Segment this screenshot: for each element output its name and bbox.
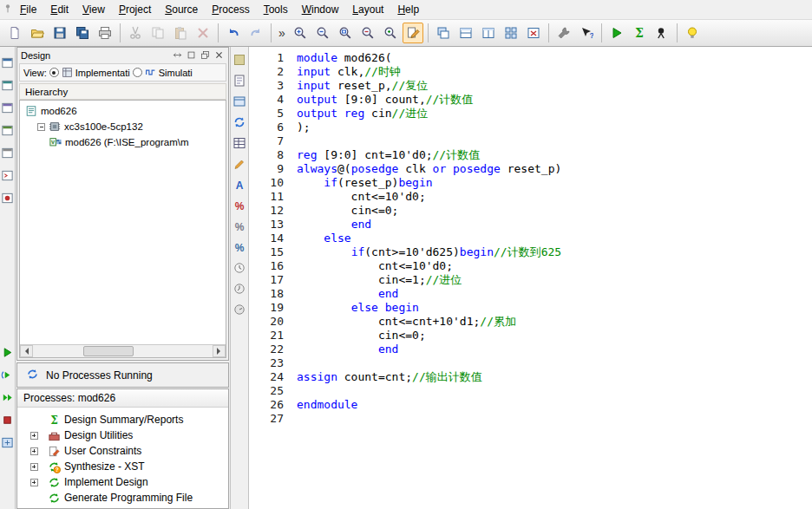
menu-window[interactable]: Window bbox=[295, 1, 346, 18]
errors-panel-button[interactable] bbox=[1, 191, 15, 205]
menu-file[interactable]: File bbox=[13, 1, 43, 18]
tree-item[interactable]: mod626 bbox=[20, 103, 226, 119]
context-help-icon: ? bbox=[580, 26, 593, 40]
menu-edit[interactable]: Edit bbox=[43, 1, 75, 18]
zoom-full-button[interactable] bbox=[335, 23, 356, 43]
design-view-button[interactable] bbox=[232, 94, 247, 109]
cascade-windows-button[interactable] bbox=[433, 23, 454, 43]
zoom-in-button[interactable] bbox=[290, 23, 311, 43]
save-button[interactable] bbox=[49, 23, 70, 43]
menu-project[interactable]: Project bbox=[112, 1, 158, 18]
console-panel-button[interactable] bbox=[1, 168, 15, 182]
delete-button[interactable] bbox=[193, 23, 213, 43]
files-panel-icon bbox=[1, 79, 14, 92]
process-item[interactable]: User Constraints bbox=[17, 443, 228, 459]
copy-button[interactable] bbox=[147, 23, 168, 43]
view-radio-implementation[interactable] bbox=[49, 68, 59, 77]
tree-item[interactable]: Vmod626 (F:\ISE_program\m bbox=[20, 134, 226, 150]
restore-button[interactable] bbox=[185, 49, 197, 62]
process-expander[interactable] bbox=[30, 479, 38, 486]
libraries-panel-button[interactable] bbox=[1, 101, 15, 114]
menu-process[interactable]: Process bbox=[205, 1, 256, 18]
scroll-left-button[interactable] bbox=[20, 345, 33, 357]
undock-button[interactable] bbox=[171, 49, 183, 62]
context-help-button[interactable]: ? bbox=[576, 23, 597, 43]
hierarchy-hscrollbar[interactable] bbox=[20, 344, 226, 357]
float-button[interactable] bbox=[199, 49, 211, 62]
pencil-small-button[interactable] bbox=[232, 156, 247, 172]
menu-tools[interactable]: Tools bbox=[257, 1, 295, 18]
redo-button[interactable] bbox=[246, 23, 266, 43]
process-expander-slot[interactable] bbox=[28, 447, 43, 455]
process-item[interactable]: Generate Programming File bbox=[17, 490, 228, 506]
zoom-region-button[interactable] bbox=[380, 23, 401, 43]
percent-gray-button[interactable]: % bbox=[232, 219, 247, 234]
process-item[interactable]: Design Utilities bbox=[17, 427, 228, 443]
tile-vertical-button[interactable] bbox=[478, 23, 499, 43]
process-item[interactable]: Implement Design bbox=[17, 474, 228, 490]
rerun-process-button[interactable] bbox=[1, 368, 15, 382]
new-file-button[interactable] bbox=[4, 23, 25, 43]
palette-tab-button[interactable] bbox=[232, 52, 247, 68]
settings-wrench-button[interactable] bbox=[553, 23, 574, 43]
print-button[interactable] bbox=[95, 23, 115, 43]
process-expander[interactable] bbox=[30, 463, 38, 471]
arrange-icons-button[interactable] bbox=[501, 23, 521, 43]
clock-2-button[interactable] bbox=[232, 281, 247, 297]
cut-button[interactable] bbox=[125, 23, 146, 43]
menu-help[interactable]: Help bbox=[390, 1, 426, 18]
summary-report-button[interactable]: Σ bbox=[629, 23, 650, 43]
process-expander[interactable] bbox=[30, 432, 38, 440]
view-option-label-simulation[interactable]: Simulati bbox=[159, 68, 193, 78]
process-expander-slot[interactable] bbox=[28, 463, 43, 471]
refresh-view-button[interactable] bbox=[232, 114, 247, 130]
view-radio-simulation[interactable] bbox=[133, 68, 142, 77]
percent-red-button[interactable]: % bbox=[232, 198, 247, 213]
design-panel-button[interactable] bbox=[1, 55, 15, 69]
implement-module-button[interactable] bbox=[1, 435, 15, 449]
clock-3-button[interactable] bbox=[232, 302, 247, 317]
undo-button[interactable] bbox=[223, 23, 244, 43]
close-window-button[interactable] bbox=[523, 23, 544, 43]
tips-lightbulb-button[interactable] bbox=[682, 23, 703, 43]
scroll-right-button[interactable] bbox=[213, 345, 226, 357]
scrollbar-track[interactable] bbox=[33, 345, 213, 357]
close-window-icon bbox=[527, 26, 540, 40]
run-green-button[interactable] bbox=[1, 345, 15, 359]
tree-item[interactable]: xc3s100e-5cp132 bbox=[20, 119, 226, 134]
view-option-label-implementation[interactable]: Implementati bbox=[75, 68, 130, 78]
tile-horizontal-button[interactable] bbox=[455, 23, 476, 43]
code-editor[interactable]: 1module mod626(2input clk,//时钟3input res… bbox=[249, 47, 812, 509]
process-expander-slot[interactable] bbox=[28, 432, 43, 440]
zoom-selection-button[interactable] bbox=[357, 23, 378, 43]
menu-view[interactable]: View bbox=[75, 1, 112, 18]
sources-panel-button[interactable] bbox=[1, 123, 15, 137]
process-expander-slot[interactable] bbox=[28, 479, 43, 486]
edit-mode-button[interactable] bbox=[403, 23, 423, 43]
zoom-out-button[interactable] bbox=[312, 23, 333, 43]
close-button[interactable] bbox=[213, 49, 225, 62]
table-view-button[interactable] bbox=[232, 135, 247, 151]
rerun-all-button[interactable] bbox=[1, 390, 15, 404]
tree-expander[interactable] bbox=[37, 123, 45, 131]
outline-view-button[interactable] bbox=[232, 73, 247, 88]
font-a-button[interactable]: A bbox=[232, 177, 247, 193]
analyze-scope-button[interactable] bbox=[652, 23, 672, 43]
percent-blue-button[interactable]: % bbox=[232, 239, 247, 255]
toolbar-overflow-chevron[interactable]: » bbox=[275, 26, 289, 40]
process-item[interactable]: ?Synthesize - XST bbox=[17, 459, 228, 474]
snapshots-panel-button[interactable] bbox=[1, 146, 15, 160]
open-file-button[interactable] bbox=[27, 23, 48, 43]
save-all-button[interactable] bbox=[72, 23, 93, 43]
clock-1-button[interactable] bbox=[232, 260, 247, 276]
stop-process-button[interactable] bbox=[1, 413, 15, 427]
files-panel-button[interactable] bbox=[1, 78, 15, 92]
view-label: View: bbox=[23, 68, 47, 78]
process-item[interactable]: ΣDesign Summary/Reports bbox=[17, 412, 228, 427]
menu-source[interactable]: Source bbox=[158, 1, 205, 18]
scrollbar-thumb[interactable] bbox=[83, 346, 134, 356]
menu-layout[interactable]: Layout bbox=[345, 1, 390, 18]
paste-button[interactable] bbox=[170, 23, 191, 43]
process-expander[interactable] bbox=[30, 447, 38, 455]
run-process-button[interactable] bbox=[606, 23, 627, 43]
